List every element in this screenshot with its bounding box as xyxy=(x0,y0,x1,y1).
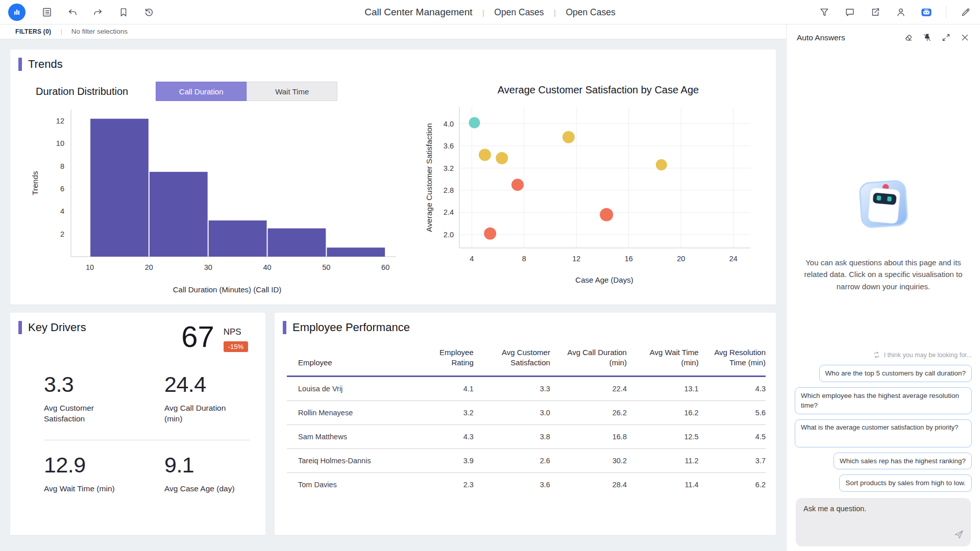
nps-delta-badge: -15% xyxy=(224,341,248,352)
svg-text:8: 8 xyxy=(522,255,526,263)
metric-avg-call-duration[interactable]: 24.4 Avg Call Duration (min) xyxy=(164,372,250,440)
duration-histogram-chart[interactable]: 24681012102030405060Trends xyxy=(22,103,401,282)
satisfaction-scatter-chart[interactable]: 2.02.42.83.23.64.04812162024Average Cust… xyxy=(420,99,756,270)
trends-section-title: Trends xyxy=(28,58,63,71)
trends-section-header: Trends xyxy=(10,49,776,71)
suggestions-hint[interactable]: I think you may be looking for... xyxy=(795,351,972,359)
svg-text:2.8: 2.8 xyxy=(444,186,454,194)
svg-text:10: 10 xyxy=(86,263,94,271)
redo-icon[interactable] xyxy=(92,6,104,18)
edit-icon[interactable] xyxy=(960,6,972,18)
toolbar-divider xyxy=(946,6,946,18)
trends-section: Trends Duration Distribution Call Durati… xyxy=(10,49,776,305)
metric-avg-case-age[interactable]: 9.1 Avg Case Age (day) xyxy=(164,440,250,494)
svg-text:3.6: 3.6 xyxy=(444,142,454,150)
unpin-icon[interactable] xyxy=(922,33,932,43)
col-employee: Employee xyxy=(287,347,402,376)
comment-icon[interactable] xyxy=(844,6,856,18)
auto-answers-header: Auto Answers xyxy=(797,24,970,48)
scatter-chart-title: Average Customer Satisfaction by Case Ag… xyxy=(420,84,756,96)
svg-text:Trends: Trends xyxy=(31,171,39,195)
col-employee-rating: Employee Rating xyxy=(402,347,474,376)
table-row[interactable]: Louisa de Vrij4.13.322.413.14.3 xyxy=(287,376,766,400)
svg-text:4: 4 xyxy=(60,207,64,215)
auto-answers-intro: You can ask questions about this page an… xyxy=(799,257,968,292)
suggestion-chip[interactable]: Sort products by sales from high to low. xyxy=(839,474,972,492)
svg-text:20: 20 xyxy=(145,263,153,271)
app-logo[interactable] xyxy=(8,4,26,21)
auto-answers-title: Auto Answers xyxy=(797,33,903,42)
section-accent-bar xyxy=(18,321,22,334)
undo-icon[interactable] xyxy=(66,6,79,18)
table-header-row: Employee Employee Rating Avg Customer Sa… xyxy=(287,347,766,376)
filter-icon[interactable] xyxy=(818,6,830,18)
svg-text:30: 30 xyxy=(204,263,212,271)
suggestions-block: I think you may be looking for... Who ar… xyxy=(795,351,972,492)
breadcrumb-sheet[interactable]: Open Cases xyxy=(494,7,544,17)
toggle-wait-time[interactable]: Wait Time xyxy=(247,82,337,101)
svg-text:3.2: 3.2 xyxy=(444,164,454,172)
table-row[interactable]: Sam Matthews4.33.816.812.54.5 xyxy=(287,424,766,448)
svg-text:10: 10 xyxy=(56,139,64,147)
auto-answers-icon[interactable] xyxy=(920,6,933,18)
toolbar-left-group xyxy=(8,4,155,21)
svg-text:12: 12 xyxy=(572,255,580,263)
svg-text:4: 4 xyxy=(470,255,474,263)
svg-text:8: 8 xyxy=(60,162,64,170)
metric-avg-wait-time[interactable]: 12.9 Avg Wait Time (min) xyxy=(44,440,164,494)
breadcrumb-page[interactable]: Open Cases xyxy=(566,7,615,17)
svg-text:Average Customer Satisfaction: Average Customer Satisfaction xyxy=(425,123,433,232)
robot-illustration xyxy=(854,174,913,233)
nps-kpi[interactable]: 67 NPS -15% xyxy=(181,322,248,352)
question-input[interactable] xyxy=(796,498,971,546)
svg-text:50: 50 xyxy=(322,263,330,271)
svg-text:4.0: 4.0 xyxy=(444,120,454,128)
col-avg-call-duration: Avg Call Duration (min) xyxy=(550,347,627,376)
nps-label: NPS xyxy=(224,327,248,337)
satisfaction-scatter-block: Average Customer Satisfaction by Case Ag… xyxy=(420,74,756,294)
svg-text:2: 2 xyxy=(60,230,64,238)
table-row[interactable]: Rollin Menayese3.23.026.216.25.6 xyxy=(287,400,766,424)
export-icon[interactable] xyxy=(869,6,881,18)
section-accent-bar xyxy=(283,321,286,334)
bookmark-icon[interactable] xyxy=(117,6,130,18)
filter-status-text: No filter selections xyxy=(71,28,128,35)
svg-text:20: 20 xyxy=(677,255,685,263)
close-icon[interactable] xyxy=(960,33,970,43)
breadcrumb-separator: | xyxy=(482,8,484,17)
history-icon[interactable] xyxy=(143,6,155,18)
page-title: Call Center Management xyxy=(364,7,472,17)
employee-performance-table[interactable]: Employee Employee Rating Avg Customer Sa… xyxy=(287,347,766,496)
send-icon[interactable] xyxy=(953,529,964,542)
suggestion-chip[interactable]: Who are the top 5 customers by call dura… xyxy=(819,365,972,382)
suggestion-chip[interactable]: Which sales rep has the highest ranking? xyxy=(834,453,972,470)
employee-performance-header: Employee Performance xyxy=(275,313,776,334)
filter-bar: FILTERS (0) | No filter selections xyxy=(0,24,786,39)
bar-chart-logo-icon xyxy=(11,7,22,18)
table-row[interactable]: Tom Davies2.33.628.411.46.2 xyxy=(287,472,766,496)
table-row[interactable]: Tareiq Holmes-Dannis3.92.630.211.23.7 xyxy=(287,448,766,472)
eraser-icon[interactable] xyxy=(903,33,913,43)
profile-icon[interactable] xyxy=(895,6,907,18)
svg-text:2.0: 2.0 xyxy=(444,231,454,239)
svg-text:16: 16 xyxy=(625,255,633,263)
filters-count-label[interactable]: FILTERS (0) xyxy=(15,28,51,35)
svg-text:6: 6 xyxy=(60,185,64,193)
svg-text:40: 40 xyxy=(263,263,271,271)
duration-distribution-title: Duration Distribution xyxy=(36,86,128,97)
toolbar-right-group xyxy=(818,6,972,18)
key-driver-metrics: 3.3 Avg Customer Satisfaction 24.4 Avg C… xyxy=(44,372,250,494)
breadcrumb-separator: | xyxy=(554,8,556,17)
ask-question-box xyxy=(796,498,971,546)
metric-avg-customer-satisfaction[interactable]: 3.3 Avg Customer Satisfaction xyxy=(44,372,164,440)
svg-text:24: 24 xyxy=(729,255,738,263)
key-drivers-section: Key Drivers 67 NPS -15% 3.3 Avg Customer… xyxy=(10,313,265,535)
expand-icon[interactable] xyxy=(941,33,951,43)
scatter-x-axis-title: Case Age (Days) xyxy=(420,276,756,284)
suggestion-chip[interactable]: Which employee has the highest average r… xyxy=(795,387,972,414)
col-avg-wait-time: Avg Wait Time (min) xyxy=(627,347,699,376)
report-icon[interactable] xyxy=(41,6,53,18)
toggle-call-duration[interactable]: Call Duration xyxy=(156,82,247,101)
employee-performance-title: Employee Performance xyxy=(292,321,410,334)
suggestion-chip[interactable]: What is the average customer satisfactio… xyxy=(795,419,972,447)
